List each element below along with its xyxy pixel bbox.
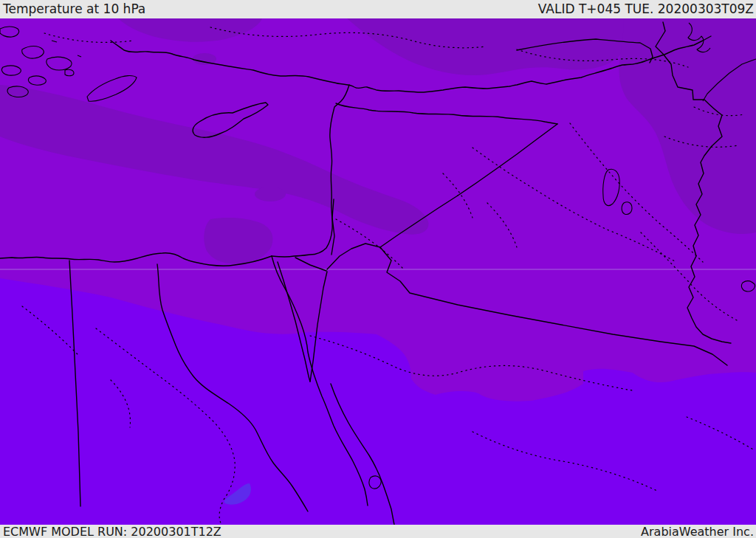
temperature-field-layer bbox=[0, 18, 756, 525]
weather-map bbox=[0, 18, 756, 525]
top-title-bar: Temperature at 10 hPa VALID T+045 TUE. 2… bbox=[0, 0, 756, 18]
valid-time-label: VALID T+045 TUE. 20200303T09Z bbox=[538, 1, 754, 16]
credit-label: ArabiaWeather Inc. bbox=[641, 525, 754, 538]
map-canvas bbox=[0, 18, 756, 525]
weather-map-screenshot: Temperature at 10 hPa VALID T+045 TUE. 2… bbox=[0, 0, 756, 538]
map-title: Temperature at 10 hPa bbox=[3, 1, 145, 16]
model-run-label: ECMWF MODEL RUN: 20200301T12Z bbox=[3, 525, 221, 538]
bottom-credit-bar: ECMWF MODEL RUN: 20200301T12Z ArabiaWeat… bbox=[0, 525, 756, 538]
field-dark-spot-sea bbox=[255, 187, 286, 201]
